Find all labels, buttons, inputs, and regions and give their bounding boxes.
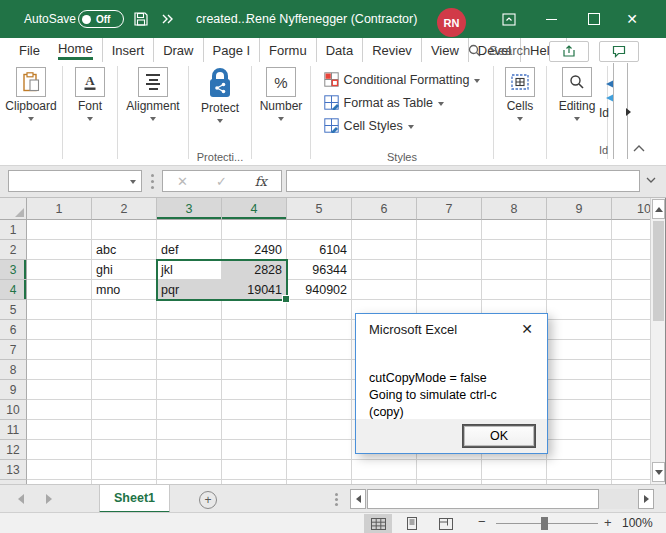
cell-r4c9[interactable] [547, 280, 612, 300]
column-header-8[interactable]: 8 [482, 198, 547, 220]
cell-r4c5[interactable]: 940902 [287, 280, 352, 300]
cell-r1c5[interactable] [287, 220, 352, 240]
cell-r4c2[interactable]: mno [92, 280, 157, 300]
cell-r7c1[interactable] [27, 340, 92, 360]
tab-page-i[interactable]: Page I [204, 38, 261, 62]
cell-r3c4[interactable]: 2828 [222, 260, 287, 280]
cell-r10c2[interactable] [92, 400, 157, 420]
cell-r12c4[interactable] [222, 440, 287, 460]
column-header-5[interactable]: 5 [287, 198, 352, 220]
cell-r6c10[interactable] [612, 320, 650, 340]
cell-r4c4[interactable]: 19041 [222, 280, 287, 300]
cell-r13c9[interactable] [547, 460, 612, 480]
tab-formu[interactable]: Formu [260, 38, 317, 62]
cell-r2c10[interactable] [612, 240, 650, 260]
cell-r11c4[interactable] [222, 420, 287, 440]
cell-r5c3[interactable] [157, 300, 222, 320]
tab-data[interactable]: Data [317, 38, 363, 62]
column-header-4[interactable]: 4 [222, 198, 287, 220]
ok-button[interactable]: OK [463, 425, 535, 447]
tab-file[interactable]: File [10, 38, 49, 62]
minimize-button[interactable] [536, 0, 566, 38]
scroll-left-button[interactable] [350, 489, 366, 509]
cell-r12c2[interactable] [92, 440, 157, 460]
comments-button[interactable] [599, 41, 639, 62]
cell-r10c1[interactable] [27, 400, 92, 420]
row-header-11[interactable]: 11 [0, 420, 27, 440]
row-header-13[interactable]: 13 [0, 460, 27, 480]
row-header-4[interactable]: 4 [0, 280, 27, 300]
column-header-10[interactable]: 10 [612, 198, 650, 220]
tab-reviev[interactable]: Reviev [363, 38, 422, 62]
font-button[interactable]: A Font [67, 67, 113, 121]
dialog-close-button[interactable]: ✕ [521, 321, 533, 337]
column-header-6[interactable]: 6 [352, 198, 417, 220]
cell-r6c2[interactable] [92, 320, 157, 340]
cell-r10c4[interactable] [222, 400, 287, 420]
cell-r2c5[interactable]: 6104 [287, 240, 352, 260]
cell-r4c8[interactable] [482, 280, 547, 300]
cell-r5c2[interactable] [92, 300, 157, 320]
cell-r2c7[interactable] [417, 240, 482, 260]
cell-r11c2[interactable] [92, 420, 157, 440]
horizontal-scroll-thumb[interactable] [367, 489, 599, 509]
column-header-9[interactable]: 9 [547, 198, 612, 220]
tab-view[interactable]: View [422, 38, 469, 62]
expand-right-icon[interactable] [626, 108, 631, 116]
cancel-icon[interactable]: ✕ [177, 174, 188, 189]
formula-bar-resizer[interactable] [151, 174, 154, 177]
cell-r6c3[interactable] [157, 320, 222, 340]
search-control[interactable]: Search [468, 38, 530, 62]
tab-home[interactable]: Home [49, 38, 103, 62]
cell-r1c8[interactable] [482, 220, 547, 240]
cell-r2c9[interactable] [547, 240, 612, 260]
cell-r9c9[interactable] [547, 380, 612, 400]
cell-r3c9[interactable] [547, 260, 612, 280]
cell-r12c3[interactable] [157, 440, 222, 460]
cell-r2c6[interactable] [352, 240, 417, 260]
formula-input[interactable] [286, 170, 640, 192]
tab-insert[interactable]: Insert [103, 38, 155, 62]
cell-r3c3[interactable]: jkl [157, 260, 222, 280]
column-header-7[interactable]: 7 [417, 198, 482, 220]
cell-r4c6[interactable] [352, 280, 417, 300]
vertical-scroll-thumb[interactable] [653, 221, 664, 321]
cell-r5c10[interactable] [612, 300, 650, 320]
row-header-3[interactable]: 3 [0, 260, 27, 280]
cell-r13c4[interactable] [222, 460, 287, 480]
editing-button[interactable]: Editing [551, 67, 604, 121]
cell-r2c8[interactable] [482, 240, 547, 260]
cell-r5c5[interactable] [287, 300, 352, 320]
cell-r7c3[interactable] [157, 340, 222, 360]
zoom-out-button[interactable]: − [478, 514, 486, 529]
horizontal-scrollbar[interactable] [350, 489, 654, 509]
expand-formula-bar-button[interactable] [646, 177, 656, 183]
zoom-slider-thumb[interactable] [541, 517, 548, 530]
user-name[interactable]: René Nyffenegger (Contractor) [246, 0, 417, 38]
cell-r4c3[interactable]: pqr [157, 280, 222, 300]
cell-r8c3[interactable] [157, 360, 222, 380]
cell-r4c7[interactable] [417, 280, 482, 300]
cell-r7c9[interactable] [547, 340, 612, 360]
save-button[interactable] [133, 0, 149, 38]
cell-r11c5[interactable] [287, 420, 352, 440]
add-sheet-button[interactable]: + [199, 491, 217, 509]
cells-button[interactable]: Cells [497, 67, 543, 121]
row-header-12[interactable]: 12 [0, 440, 27, 460]
cell-r13c8[interactable] [482, 460, 547, 480]
cell-r2c2[interactable]: abc [92, 240, 157, 260]
cell-r12c1[interactable] [27, 440, 92, 460]
cell-r11c10[interactable] [612, 420, 650, 440]
cell-r2c3[interactable]: def [157, 240, 222, 260]
close-button[interactable]: ✕ [617, 0, 647, 38]
zoom-level[interactable]: 100% [622, 516, 653, 530]
cell-r3c7[interactable] [417, 260, 482, 280]
alignment-button[interactable]: Alignment [118, 67, 187, 121]
maximize-button[interactable] [579, 0, 609, 38]
cell-r3c5[interactable]: 96344 [287, 260, 352, 280]
cell-r2c4[interactable]: 2490 [222, 240, 287, 260]
cell-r8c1[interactable] [27, 360, 92, 380]
scroll-down-button[interactable] [652, 462, 665, 482]
styles-item-format-as-table[interactable]: Format as Table [320, 91, 485, 114]
cell-r1c6[interactable] [352, 220, 417, 240]
